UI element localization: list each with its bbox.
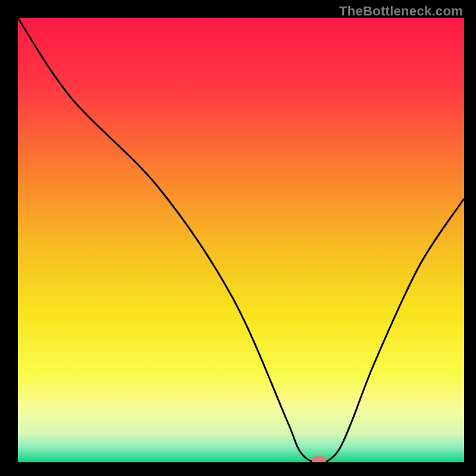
baseline [18, 462, 464, 464]
watermark-text: TheBottleneck.com [339, 4, 463, 19]
gradient-background [18, 18, 464, 464]
chart-container: TheBottleneck.com [0, 0, 476, 476]
bottleneck-chart [0, 0, 476, 476]
